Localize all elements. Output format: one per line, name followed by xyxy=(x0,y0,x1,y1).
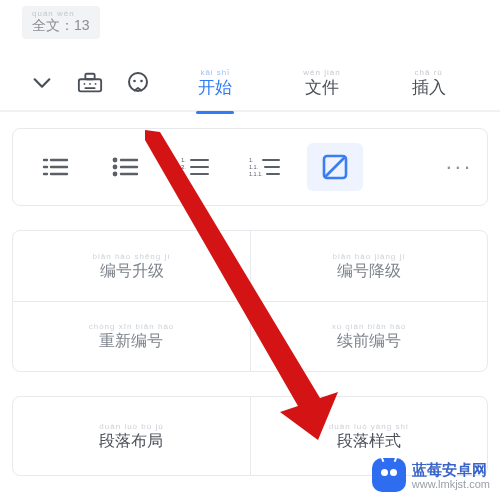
tab-insert-pinyin: chā rù xyxy=(375,68,482,77)
tab-file[interactable]: wén jiàn 文件 xyxy=(269,68,376,98)
numbering-promote-pinyin: biān hào shēng jí xyxy=(93,252,171,261)
svg-line-34 xyxy=(326,158,344,176)
numbering-continue-pinyin: xù qián biān hào xyxy=(332,322,407,331)
svg-text:1.: 1. xyxy=(249,157,254,163)
svg-point-2 xyxy=(84,83,86,85)
watermark-icon xyxy=(372,458,406,492)
paragraph-style-label: 段落样式 xyxy=(337,432,401,449)
svg-text:1.: 1. xyxy=(181,157,186,163)
numbering-continue-button[interactable]: xù qián biān hào 续前编号 xyxy=(250,302,487,371)
collapse-icon[interactable] xyxy=(18,63,66,103)
numbering-restart-pinyin: chóng xīn biān hào xyxy=(89,322,175,331)
keyboard-icon[interactable] xyxy=(66,63,114,103)
watermark-url: www.lmkjst.com xyxy=(412,478,490,490)
tab-insert[interactable]: chā rù 插入 xyxy=(375,68,482,98)
svg-point-7 xyxy=(133,80,136,83)
numbering-restart-label: 重新编号 xyxy=(99,332,163,349)
numbering-actions-grid: biān hào shēng jí 编号升级 biān hào jiàng jí… xyxy=(12,230,488,372)
svg-point-8 xyxy=(140,80,143,83)
paragraph-layout-pinyin: duàn luò bù jú xyxy=(99,422,163,431)
paragraph-style-pinyin: duàn luò yàng shì xyxy=(329,422,409,431)
dot-list-button[interactable] xyxy=(97,143,153,191)
tab-file-label: 文件 xyxy=(305,78,339,97)
svg-point-16 xyxy=(113,165,118,170)
svg-point-3 xyxy=(89,83,91,85)
paragraph-layout-label: 段落布局 xyxy=(99,432,163,449)
list-style-toolbar: 1.2.3. 1.1.1.1.1.1. ··· xyxy=(12,128,488,206)
tab-start-label: 开始 xyxy=(198,78,232,97)
svg-text:1.1.: 1.1. xyxy=(249,164,259,170)
numbering-demote-button[interactable]: biān hào jiàng jí 编号降级 xyxy=(250,231,487,301)
numbering-promote-button[interactable]: biān hào shēng jí 编号升级 xyxy=(13,231,250,301)
svg-point-15 xyxy=(113,158,118,163)
svg-point-4 xyxy=(95,83,97,85)
word-count-label: 全文：13 xyxy=(32,17,90,33)
svg-rect-1 xyxy=(85,74,94,80)
svg-text:1.1.1.: 1.1.1. xyxy=(249,171,263,177)
watermark: 蓝莓安卓网 www.lmkjst.com xyxy=(372,458,490,492)
paragraph-layout-button[interactable]: duàn luò bù jú 段落布局 xyxy=(13,397,250,475)
svg-text:2.: 2. xyxy=(181,164,186,170)
main-tabbar: kāi shǐ 开始 wén jiàn 文件 chā rù 插入 xyxy=(0,56,500,112)
word-count-chip[interactable]: quán wén 全文：13 xyxy=(22,6,100,39)
tab-start[interactable]: kāi shǐ 开始 xyxy=(162,68,269,98)
more-list-options[interactable]: ··· xyxy=(446,154,473,180)
numbering-promote-label: 编号升级 xyxy=(100,262,164,279)
svg-text:3.: 3. xyxy=(181,171,186,177)
svg-rect-5 xyxy=(84,87,95,89)
more-label: ··· xyxy=(446,154,473,179)
svg-point-17 xyxy=(113,172,118,177)
no-list-button[interactable] xyxy=(307,143,363,191)
bullet-list-button[interactable] xyxy=(27,143,83,191)
svg-rect-0 xyxy=(79,79,101,91)
numbering-demote-label: 编号降级 xyxy=(337,262,401,279)
numbering-continue-label: 续前编号 xyxy=(337,332,401,349)
tab-file-pinyin: wén jiàn xyxy=(269,68,376,77)
tab-start-pinyin: kāi shǐ xyxy=(162,68,269,77)
numbering-demote-pinyin: biān hào jiàng jí xyxy=(332,252,405,261)
multilevel-list-button[interactable]: 1.1.1.1.1.1. xyxy=(237,143,293,191)
watermark-title: 蓝莓安卓网 xyxy=(412,461,490,480)
numbering-restart-button[interactable]: chóng xīn biān hào 重新编号 xyxy=(13,302,250,371)
tab-insert-label: 插入 xyxy=(412,78,446,97)
numbered-list-button[interactable]: 1.2.3. xyxy=(167,143,223,191)
assistant-icon[interactable] xyxy=(114,63,162,103)
